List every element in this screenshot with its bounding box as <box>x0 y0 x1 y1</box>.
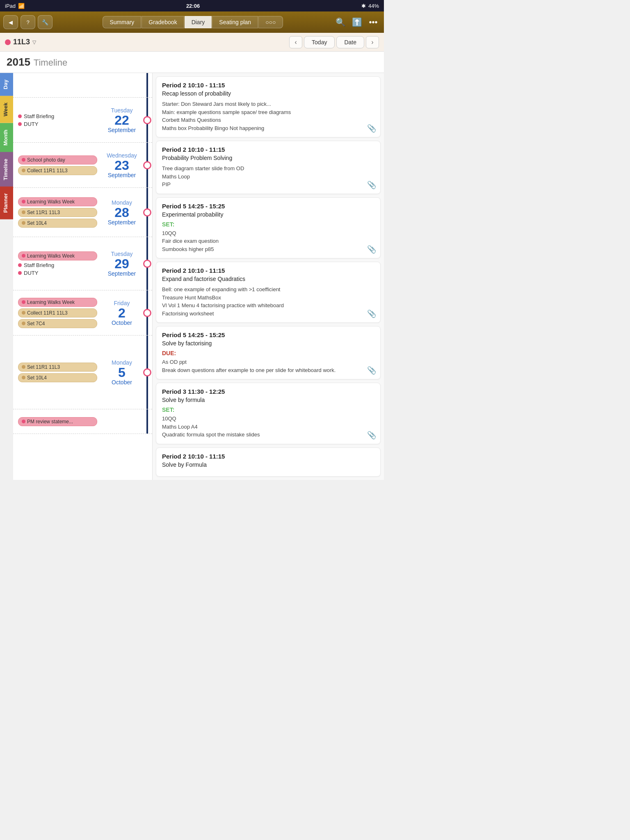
entry-card-recap-prob[interactable]: Period 2 10:10 - 11:15 Recap lesson of p… <box>156 76 381 137</box>
date-section-top <box>13 73 152 98</box>
entry-title-recap: Recap lesson of probability <box>162 90 374 97</box>
sb-label-tue29: Staff Briefing <box>24 262 54 268</box>
class-indicator: 11L3 ▽ <box>5 38 36 46</box>
tab-diary[interactable]: Diary <box>185 16 212 28</box>
class-dot <box>5 39 11 45</box>
staff-briefing-label: Staff Briefing <box>24 113 54 119</box>
date-section-bottom: PM review stateme... <box>13 409 152 434</box>
dot-collect-wed23 <box>22 169 25 172</box>
event-tags-fri2: Learning Walks Week Collect 11R1 11L3 Se… <box>13 290 101 335</box>
entry-header-exp-prob: Period 5 14:25 - 15:25 <box>162 203 374 210</box>
entry-title-formula-p2: Solve by Formula <box>162 461 374 468</box>
tl-circle-tue22 <box>143 116 151 124</box>
tl-circle-mon5 <box>143 368 151 377</box>
class-dropdown-arrow[interactable]: ▽ <box>32 39 36 45</box>
status-left: iPad 📶 <box>5 3 25 9</box>
sidebar-tab-timeline[interactable]: Timeline <box>0 152 13 187</box>
entry-card-prob-solve[interactable]: Period 2 10:10 - 11:15 Probability Probl… <box>156 141 381 194</box>
day-num-tue29: 29 <box>114 257 129 270</box>
timeline-node-top <box>142 73 152 97</box>
month-mon5: October <box>112 379 132 386</box>
dot-set10l4-mon5 <box>22 376 25 379</box>
day-num-tue22: 22 <box>114 114 129 127</box>
tab-gradebook[interactable]: Gradebook <box>142 16 184 28</box>
entry-header-formula-p3: Period 3 11:30 - 12:25 <box>162 388 374 395</box>
entry-set-label-exp: SET: <box>162 221 374 228</box>
event-pm-review: PM review stateme... <box>18 417 97 426</box>
event-set11r1-mon5: Set 11R1 11L3 <box>18 363 97 372</box>
date-section-tue22: Staff Briefing DUTY Tuesday 22 September <box>13 98 152 143</box>
event-lww-fri2: Learning Walks Week <box>18 298 97 307</box>
today-button[interactable]: Today <box>304 36 335 48</box>
day-num-wed23: 23 <box>114 159 129 172</box>
day-num-mon28: 28 <box>114 206 129 219</box>
entry-card-factorising[interactable]: Period 5 14:25 - 15:25 Solve by factoris… <box>156 326 381 379</box>
entry-card-exp-prob[interactable]: Period 5 14:25 - 15:25 Experimental prob… <box>156 197 381 259</box>
duty-label-tue22: DUTY <box>24 121 38 127</box>
entry-title-factorising: Solve by factorising <box>162 340 374 347</box>
more-options-button[interactable]: ••• <box>366 15 381 29</box>
attachment-icon-quadratics: 📎 <box>367 309 376 318</box>
dot-photo-day <box>22 158 25 162</box>
event-tags-mon5: Set 11R1 11L3 Set 10L4 <box>13 336 101 409</box>
day-num-mon5: 5 <box>118 366 126 379</box>
event-collect-fri2: Collect 11R1 11L3 <box>18 308 97 317</box>
sidebar-tab-week[interactable]: Week <box>0 96 13 123</box>
month-wed23: September <box>108 172 136 178</box>
date-button[interactable]: Date <box>336 36 364 48</box>
settings-button[interactable]: 🔧 <box>38 15 52 29</box>
tab-seating-plan[interactable]: Seating plan <box>212 16 258 28</box>
entry-card-formula-p2[interactable]: Period 2 10:10 - 11:15 Solve by Formula <box>156 447 381 477</box>
sidebar-tabs: Day Week Month Timeline Planner <box>0 73 13 480</box>
timeline-node-mon5 <box>142 336 152 409</box>
prev-button[interactable]: ‹ <box>289 36 302 48</box>
battery-label: 44% <box>368 3 379 9</box>
status-bar: iPad 📶 22:06 ✱ 44% <box>0 0 384 11</box>
tab-group: Summary Gradebook Diary Seating plan ○○○ <box>55 16 331 28</box>
tab-more[interactable]: ○○○ <box>258 16 283 28</box>
sidebar-tab-day[interactable]: Day <box>0 73 13 96</box>
bluetooth-icon: ✱ <box>361 3 366 9</box>
dot-set10l4-mon28 <box>22 221 25 225</box>
right-panel: Period 2 10:10 - 11:15 Recap lesson of p… <box>153 73 384 480</box>
tl-circle-fri2 <box>143 309 151 317</box>
next-button[interactable]: › <box>366 36 379 48</box>
month-fri2: October <box>112 320 132 326</box>
help-button[interactable]: ? <box>21 15 35 29</box>
date-section-mon28: Learning Walks Week Set 11R1 11L3 Set 10… <box>13 188 152 237</box>
sidebar-tab-planner[interactable]: Planner <box>0 187 13 219</box>
dot-lww-mon28 <box>22 200 25 203</box>
dot-lww-tue29 <box>22 254 25 258</box>
entry-card-formula-p3[interactable]: Period 3 11:30 - 12:25 Solve by formula … <box>156 383 381 444</box>
secondary-bar: 11L3 ▽ ‹ Today Date › <box>0 33 384 52</box>
main-container: Day Week Month Timeline Planner St <box>0 73 384 480</box>
date-section-fri2: Learning Walks Week Collect 11R1 11L3 Se… <box>13 290 152 336</box>
sidebar-tab-month[interactable]: Month <box>0 123 13 152</box>
left-panel: Staff Briefing DUTY Tuesday 22 September <box>13 73 153 480</box>
nav-bar: ◀ ? 🔧 Summary Gradebook Diary Seating pl… <box>0 11 384 33</box>
date-label-top <box>101 73 142 97</box>
dot-set11r1-mon5 <box>22 365 25 369</box>
timeline-node-mon28 <box>142 188 152 237</box>
entry-title-formula-p3: Solve by formula <box>162 397 374 403</box>
dot-pm-review <box>22 420 25 423</box>
attachment-icon-prob-solve: 📎 <box>367 180 376 189</box>
back-button[interactable]: ◀ <box>3 15 18 29</box>
dot-set7c4-fri2 <box>22 322 25 325</box>
entry-due-label: DUE: <box>162 350 374 356</box>
entry-body-quadratics: Bell: one example of expanding with >1 c… <box>162 285 374 317</box>
year-label: 2015 <box>7 56 30 68</box>
month-tue29: September <box>108 270 136 277</box>
date-mon28: Monday 28 September <box>101 188 142 237</box>
nav-actions: 🔍 ⬆️ ••• <box>333 15 381 29</box>
search-button[interactable]: 🔍 <box>333 15 348 29</box>
entry-set-label-formula: SET: <box>162 406 374 413</box>
tab-summary[interactable]: Summary <box>103 16 141 28</box>
year-header: 2015 Timeline <box>0 52 384 73</box>
entry-card-quadratics[interactable]: Period 2 10:10 - 11:15 Expand and factor… <box>156 262 381 323</box>
month-tue22: September <box>108 127 136 133</box>
share-button[interactable]: ⬆️ <box>349 15 364 29</box>
timeline-node-wed23 <box>142 143 152 187</box>
wifi-icon: 📶 <box>18 3 25 9</box>
dot-staff-briefing <box>18 114 22 118</box>
